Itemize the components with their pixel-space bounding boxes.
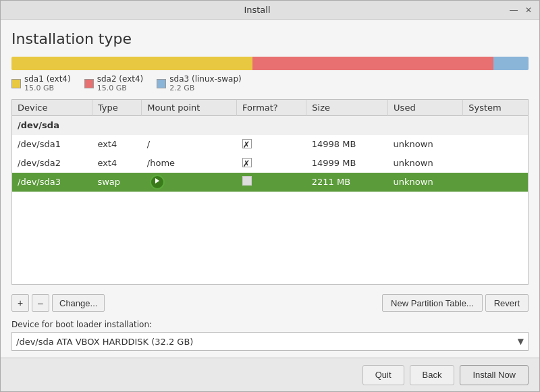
col-format: Format? [237, 100, 306, 116]
format-checkbox-sda2[interactable]: ✗ [242, 158, 252, 167]
partition-bar-sda1[interactable] [11, 57, 252, 70]
legend-label-sda3: sda3 (linux-swap) 2.2 GB [169, 74, 241, 92]
table-row[interactable]: /dev/sda1 ext4 / ✗ 14998 MB unknown [12, 135, 528, 154]
change-partition-button[interactable]: Change... [52, 294, 105, 312]
legend-size-sda3: 2.2 GB [169, 84, 241, 92]
cell-format: ✗ [237, 154, 306, 173]
cell-mount: /home [142, 154, 237, 173]
back-button[interactable]: Back [410, 365, 455, 385]
dropdown-arrow-icon: ▼ [518, 337, 524, 346]
page-title: Installation type [11, 30, 529, 47]
minimize-button[interactable]: — [508, 5, 519, 16]
new-partition-table-button[interactable]: New Partition Table... [382, 294, 483, 312]
cell-size-sda3: 2211 MB [306, 173, 388, 192]
col-used: Used [388, 100, 463, 116]
legend-color-sda2 [84, 79, 94, 88]
legend-color-sda1 [11, 79, 21, 88]
format-checkbox-sda3[interactable] [242, 176, 252, 186]
partition-toolbar: + – Change... New Partition Table... Rev… [11, 290, 529, 316]
col-system: System [463, 100, 528, 116]
cell-format-sda3 [237, 173, 306, 192]
partition-table-container: Device Type Mount point Format? Size Use… [11, 99, 529, 285]
legend-sda3: sda3 (linux-swap) 2.2 GB [157, 74, 241, 92]
cell-system [463, 135, 528, 154]
cell-system [463, 154, 528, 173]
bootloader-value: /dev/sda ATA VBOX HARDDISK (32.2 GB) [16, 337, 518, 347]
legend-size-sda1: 15.0 GB [24, 84, 71, 92]
format-checkbox-sda1[interactable]: ✗ [242, 139, 252, 148]
legend-size-sda2: 15.0 GB [97, 84, 144, 92]
legend-name-sda3: sda3 (linux-swap) [169, 74, 241, 84]
cell-mount: / [142, 135, 237, 154]
cell-device-sda3: /dev/sda3 [12, 173, 92, 192]
quit-button[interactable]: Quit [362, 365, 404, 385]
legend-label-sda1: sda1 (ext4) 15.0 GB [24, 74, 71, 92]
legend-color-sda3 [157, 79, 166, 88]
legend-label-sda2: sda2 (ext4) 15.0 GB [97, 74, 144, 92]
bootloader-select[interactable]: /dev/sda ATA VBOX HARDDISK (32.2 GB) ▼ [11, 332, 529, 351]
partition-bar-sda2[interactable] [252, 57, 493, 70]
partition-bar-sda3[interactable] [493, 57, 529, 70]
table-row[interactable]: /dev/sda2 ext4 /home ✗ 14999 MB unknown [12, 154, 528, 173]
cell-system-sda3 [463, 173, 528, 192]
main-content: Installation type sda1 (ext4) 15.0 GB [1, 20, 539, 358]
cell-used-sda3: unknown [388, 173, 463, 192]
cursor-pointer-icon [150, 175, 165, 190]
cell-device: /dev/sda1 [12, 135, 92, 154]
col-mount: Mount point [142, 100, 237, 116]
install-window: Install — ✕ Installation type sda1 (ext4… [0, 0, 540, 392]
cell-format: ✗ [237, 135, 306, 154]
cell-size: 14998 MB [306, 135, 388, 154]
cell-type: ext4 [92, 154, 141, 173]
bootloader-label: Device for boot loader installation: [11, 320, 529, 329]
remove-partition-button[interactable]: – [32, 294, 49, 312]
partition-bar [11, 57, 529, 70]
table-header-row: Device Type Mount point Format? Size Use… [12, 100, 528, 116]
group-sda-label: /dev/sda [12, 116, 528, 135]
legend-sda1: sda1 (ext4) 15.0 GB [11, 74, 71, 92]
col-type: Type [92, 100, 141, 116]
window-title: Install [6, 5, 508, 15]
partition-table: Device Type Mount point Format? Size Use… [12, 100, 528, 192]
install-now-button[interactable]: Install Now [460, 365, 529, 385]
col-device: Device [12, 100, 92, 116]
cell-used: unknown [388, 135, 463, 154]
group-sda: /dev/sda [12, 116, 528, 135]
cell-type: ext4 [92, 135, 141, 154]
cell-mount-sda3 [142, 173, 237, 192]
partition-legend: sda1 (ext4) 15.0 GB sda2 (ext4) 15.0 GB … [11, 74, 529, 92]
cell-size: 14999 MB [306, 154, 388, 173]
cell-device: /dev/sda2 [12, 154, 92, 173]
cell-used: unknown [388, 154, 463, 173]
legend-name-sda1: sda1 (ext4) [24, 74, 71, 84]
close-button[interactable]: ✕ [523, 5, 534, 16]
footer: Quit Back Install Now [1, 358, 539, 391]
partition-bar-container: sda1 (ext4) 15.0 GB sda2 (ext4) 15.0 GB … [11, 57, 529, 92]
legend-name-sda2: sda2 (ext4) [97, 74, 144, 84]
col-size: Size [306, 100, 388, 116]
add-partition-button[interactable]: + [11, 294, 29, 312]
table-row-selected[interactable]: /dev/sda3 swap 2211 MB unknown [12, 173, 528, 192]
legend-sda2: sda2 (ext4) 15.0 GB [84, 74, 144, 92]
titlebar: Install — ✕ [1, 1, 539, 20]
revert-button[interactable]: Revert [485, 294, 529, 312]
window-controls: — ✕ [508, 5, 534, 16]
bootloader-section: Device for boot loader installation: /de… [11, 316, 529, 358]
cell-type-sda3: swap [92, 173, 141, 192]
